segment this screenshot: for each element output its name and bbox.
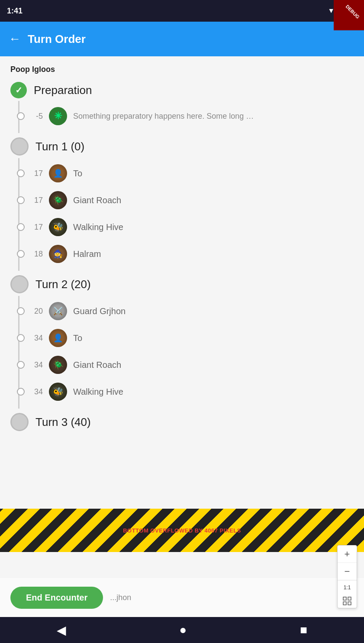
turn2-section: Turn 2 (20) 20 ⚔️ Guard Grjhon 34 👤 <box>10 275 354 409</box>
item-dot <box>17 250 25 258</box>
item-name: Giant Roach <box>73 195 121 205</box>
svg-rect-2 <box>343 602 346 605</box>
debug-badge <box>334 0 364 30</box>
avatar: 🐝 <box>49 383 67 401</box>
list-item[interactable]: 18 🧙 Halram <box>29 240 354 267</box>
avatar-icon: 🧙 <box>53 249 63 259</box>
turn2-title: Turn 2 (20) <box>35 278 91 291</box>
svg-rect-0 <box>343 597 346 600</box>
item-initiative: 18 <box>31 250 43 259</box>
item-name: Something preparatory happens here. Some… <box>73 112 254 121</box>
item-name: Walking Hive <box>73 222 123 232</box>
avatar: ⚔️ <box>49 302 67 320</box>
overflow-warning-zone: BOTTOM OVERFLOWED BY 4067 PIXELS <box>0 509 364 552</box>
partial-item-label: ...jhon <box>110 593 131 602</box>
avatar: 👤 <box>49 164 67 182</box>
avatar-icon: ⚔️ <box>53 306 63 316</box>
turn2-header: Turn 2 (20) <box>10 275 354 293</box>
avatar-icon: 🐝 <box>53 386 64 397</box>
avatar: 👤 <box>49 329 67 347</box>
item-dot <box>17 334 25 342</box>
asterisk-icon: ✳ <box>54 110 62 122</box>
avatar: 🪲 <box>49 356 67 374</box>
preparation-items: -5 ✳ Something preparatory happens here.… <box>18 101 354 133</box>
back-button[interactable]: ← <box>9 32 21 46</box>
turn3-dot <box>10 413 29 431</box>
svg-rect-1 <box>348 597 351 600</box>
item-name: To <box>73 333 82 343</box>
nav-back-button[interactable]: ◀ <box>57 623 66 637</box>
zoom-out-button[interactable]: − <box>338 563 357 580</box>
turn2-dot <box>10 275 29 293</box>
turn1-dot <box>10 137 29 156</box>
content-area: Poop Igloos ✓ Preparation -5 ✳ Something… <box>0 56 364 617</box>
item-dot <box>17 112 25 120</box>
status-bar: 1:41 ▼ 🔇 🔋 <box>0 0 364 22</box>
zoom-controls: + − 1:1 <box>337 545 357 608</box>
item-initiative: 17 <box>31 223 43 232</box>
turn3-section: Turn 3 (40) <box>10 413 354 431</box>
zoom-ratio: 1:1 <box>338 580 357 594</box>
item-name: To <box>73 169 82 179</box>
overflow-warning-text: BOTTOM OVERFLOWED BY 4067 PIXELS <box>123 527 241 534</box>
item-dot <box>17 307 25 315</box>
list-item[interactable]: 34 🐝 Walking Hive <box>29 378 354 405</box>
item-name: Giant Roach <box>73 360 121 370</box>
item-dot <box>17 223 25 231</box>
check-icon: ✓ <box>15 85 23 95</box>
avatar-icon: 👤 <box>53 169 63 178</box>
preparation-dot: ✓ <box>10 82 27 98</box>
preparation-section: ✓ Preparation -5 ✳ Something preparatory… <box>10 82 354 133</box>
turn2-items: 20 ⚔️ Guard Grjhon 34 👤 To 34 <box>18 296 354 409</box>
bottom-bar: End Encounter ...jhon <box>0 578 364 617</box>
turn1-items: 17 👤 To 17 🪲 Giant Roach 17 <box>18 158 354 271</box>
item-initiative: 17 <box>31 196 43 205</box>
avatar: 🪲 <box>49 191 67 209</box>
nav-home-button[interactable]: ● <box>180 623 187 637</box>
avatar-icon: 🪲 <box>53 195 64 205</box>
group-name: Poop Igloos <box>10 65 354 74</box>
list-item[interactable]: 34 🪲 Giant Roach <box>29 351 354 378</box>
avatar-icon: 🐝 <box>53 222 64 232</box>
timeline: ✓ Preparation -5 ✳ Something preparatory… <box>10 82 354 409</box>
item-initiative: -5 <box>31 112 43 121</box>
page-title: Turn Order <box>28 32 86 46</box>
avatar-icon: 🪲 <box>53 360 64 370</box>
preparation-header: ✓ Preparation <box>10 82 354 98</box>
list-item[interactable]: 17 🪲 Giant Roach <box>29 187 354 214</box>
item-initiative: 34 <box>31 360 43 370</box>
item-initiative: 17 <box>31 169 43 178</box>
status-time: 1:41 <box>7 6 23 16</box>
item-dot <box>17 169 25 177</box>
list-item[interactable]: 20 ⚔️ Guard Grjhon <box>29 298 354 325</box>
turn3-header: Turn 3 (40) <box>10 413 354 431</box>
item-dot <box>17 388 25 396</box>
item-initiative: 34 <box>31 387 43 396</box>
turn1-header: Turn 1 (0) <box>10 137 354 156</box>
item-dot <box>17 361 25 369</box>
item-name: Walking Hive <box>73 387 123 397</box>
item-dot <box>17 196 25 204</box>
turn1-title: Turn 1 (0) <box>35 140 84 153</box>
zoom-grid-icon <box>338 594 357 608</box>
avatar: 🧙 <box>49 245 67 263</box>
avatar: ✳ <box>49 107 67 125</box>
svg-rect-3 <box>348 602 351 605</box>
avatar-icon: 👤 <box>53 333 63 343</box>
item-initiative: 34 <box>31 334 43 343</box>
preparation-title: Preparation <box>34 84 92 97</box>
turn3-title: Turn 3 (40) <box>35 416 91 429</box>
item-name: Guard Grjhon <box>73 306 126 316</box>
list-item[interactable]: 17 👤 To <box>29 160 354 187</box>
item-initiative: 20 <box>31 307 43 316</box>
list-item[interactable]: 17 🐝 Walking Hive <box>29 214 354 240</box>
nav-bar: ◀ ● ■ <box>0 617 364 643</box>
turn1-section: Turn 1 (0) 17 👤 To 17 🪲 G <box>10 137 354 271</box>
item-name: Halram <box>73 249 101 259</box>
nav-recent-button[interactable]: ■ <box>300 623 307 637</box>
list-item[interactable]: -5 ✳ Something preparatory happens here.… <box>29 103 354 130</box>
zoom-in-button[interactable]: + <box>338 546 357 563</box>
avatar: 🐝 <box>49 218 67 236</box>
end-encounter-button[interactable]: End Encounter <box>10 587 103 609</box>
list-item[interactable]: 34 👤 To <box>29 325 354 351</box>
